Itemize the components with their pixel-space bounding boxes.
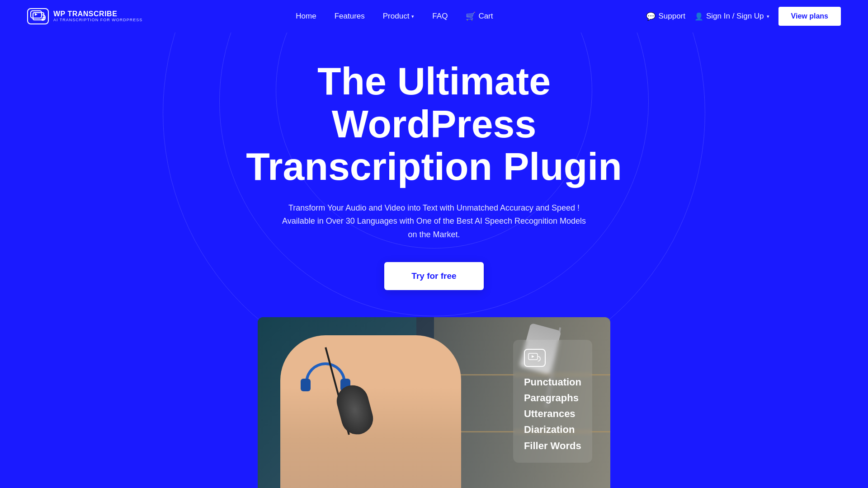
info-card-logo: [524, 349, 546, 367]
info-feature-punctuation: Punctuation: [524, 374, 581, 390]
nav-features[interactable]: Features: [335, 12, 365, 21]
nav-support[interactable]: 💬 Support: [646, 12, 685, 21]
nav-faq[interactable]: FAQ: [432, 12, 448, 21]
chevron-down-icon: ▾: [411, 14, 414, 19]
podcast-scene: Punctuation Paragraphs Utterances Diariz…: [258, 317, 610, 488]
logo-text: WP TRANSCRIBE AI TRANSCRIPTION FOR WORDP…: [53, 10, 142, 22]
hero-title: The Ultimate WordPress Transcription Plu…: [231, 60, 637, 188]
nav-signin[interactable]: 👤 Sign In / Sign Up ▾: [694, 12, 769, 21]
info-feature-utterances: Utterances: [524, 406, 581, 422]
hero-content: The Ultimate WordPress Transcription Plu…: [231, 33, 637, 290]
info-feature-filler-words: Filler Words: [524, 438, 581, 454]
user-icon: 👤: [694, 12, 703, 21]
support-icon: 💬: [646, 12, 656, 21]
view-plans-button[interactable]: View plans: [778, 7, 841, 26]
try-for-free-button[interactable]: Try for free: [384, 262, 483, 290]
svg-rect-0: [31, 11, 42, 18]
hero-image-wrapper: Punctuation Paragraphs Utterances Diariz…: [0, 317, 868, 488]
headphone: [305, 362, 346, 385]
headphone-pad-left: [301, 379, 311, 391]
hero-subtitle: Transform Your Audio and Video into Text…: [280, 202, 588, 242]
logo-icon: [27, 8, 49, 24]
logo-name: WP TRANSCRIBE: [53, 10, 142, 18]
logo[interactable]: WP TRANSCRIBE AI TRANSCRIPTION FOR WORDP…: [27, 8, 142, 24]
nav-cart[interactable]: 🛒 Cart: [466, 11, 493, 21]
hero-section: The Ultimate WordPress Transcription Plu…: [0, 0, 868, 488]
info-feature-diarization: Diarization: [524, 422, 581, 437]
hero-image: Punctuation Paragraphs Utterances Diariz…: [258, 317, 610, 488]
chevron-down-icon-2: ▾: [767, 14, 769, 19]
nav-links: Home Features Product ▾ FAQ 🛒 Cart: [296, 11, 493, 21]
info-feature-paragraphs: Paragraphs: [524, 390, 581, 406]
nav-product[interactable]: Product ▾: [383, 12, 415, 21]
nav-right: 💬 Support 👤 Sign In / Sign Up ▾ View pla…: [646, 7, 841, 26]
cart-icon: 🛒: [466, 11, 476, 21]
navbar: WP TRANSCRIBE AI TRANSCRIPTION FOR WORDP…: [0, 0, 868, 33]
info-card: Punctuation Paragraphs Utterances Diariz…: [513, 340, 592, 463]
logo-tagline: AI TRANSCRIPTION FOR WORDPRESS: [53, 18, 142, 23]
nav-home[interactable]: Home: [296, 12, 316, 21]
